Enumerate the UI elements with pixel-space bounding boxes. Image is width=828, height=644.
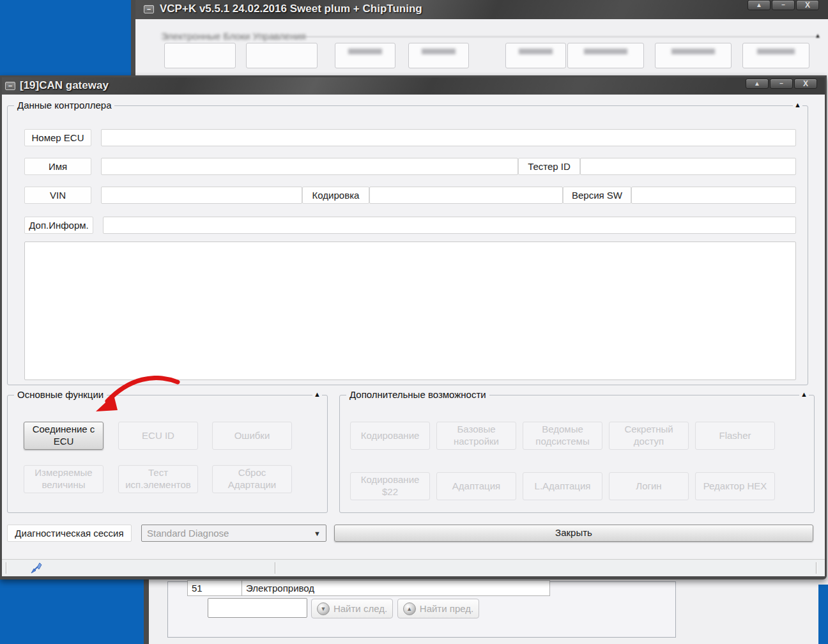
controller-data-group-label: Данные контроллера xyxy=(14,100,114,111)
diagnostic-session-value: Standard Diagnose xyxy=(147,528,229,539)
maximize-button[interactable]: ▲ xyxy=(747,0,770,10)
dialog-statusbar xyxy=(2,559,825,576)
find-prev-icon: ▲ xyxy=(403,602,416,615)
window-icon: – xyxy=(144,5,154,13)
ecu-list-address-cell: 51 xyxy=(187,580,242,596)
coding-label: Кодировка xyxy=(302,187,369,204)
close-dialog-button[interactable]: Закрыть xyxy=(334,525,813,542)
ecu-button xyxy=(505,43,566,68)
tester-id-field[interactable] xyxy=(580,158,796,175)
controller-output-box[interactable] xyxy=(24,241,796,380)
extra-info-label: Доп.Информ. xyxy=(24,217,93,234)
diagnostic-session-select[interactable]: Standard Diagnose ▼ xyxy=(141,525,326,542)
secret-access-button: Секретный доступ xyxy=(609,422,689,450)
output-test-button: Тест исп.элементов xyxy=(118,465,198,493)
name-field[interactable] xyxy=(101,158,518,175)
l-adaptation-button: L.Адаптация xyxy=(523,472,602,500)
tester-id-label: Тестер ID xyxy=(518,158,580,175)
connection-icon xyxy=(30,562,43,574)
slave-subsystems-button: Ведомые подсистемы xyxy=(523,422,602,450)
ecu-group-line xyxy=(295,36,816,37)
ecu-button xyxy=(742,43,809,68)
close-button[interactable]: X xyxy=(796,0,819,10)
dialog-title: [19]CAN gateway xyxy=(20,79,109,92)
main-window-titlebar: – VCP+K v5.5.1 24.02.2016 Sweet plum + C… xyxy=(135,0,828,19)
adaptation-button: Адаптация xyxy=(436,472,516,500)
ecu-button xyxy=(335,43,395,68)
ecu-button xyxy=(164,43,236,68)
ecu-id-button: ECU ID xyxy=(118,422,198,450)
search-input[interactable] xyxy=(208,598,307,618)
dialog-icon: – xyxy=(5,82,15,90)
sw-version-label: Версия SW xyxy=(563,187,631,204)
collapse-icon: ▲ xyxy=(815,32,821,39)
dialog-maximize-button[interactable]: ▲ xyxy=(746,79,769,89)
ecu-button xyxy=(408,43,469,68)
desktop xyxy=(0,579,144,644)
basic-settings-button: Базовые настройки xyxy=(436,422,516,450)
minimize-button[interactable]: – xyxy=(772,0,795,10)
find-next-label: Найти след. xyxy=(334,603,387,614)
ecu-number-field[interactable] xyxy=(101,129,796,146)
collapse-icon[interactable]: ▲ xyxy=(312,390,322,398)
diagnostic-session-label: Диагностическая сессия xyxy=(7,525,132,542)
extra-info-field[interactable] xyxy=(103,217,796,234)
find-next-button: ▼ Найти след. xyxy=(311,599,393,618)
ecu-group-label: Электронные Блоки Управления xyxy=(161,31,306,42)
vin-field[interactable] xyxy=(101,187,302,204)
ecu-list-name-cell: Электропривод xyxy=(241,580,550,596)
desktop xyxy=(818,585,828,644)
coding-22-button: Кодирование $22 xyxy=(350,472,430,500)
errors-button: Ошибки xyxy=(212,422,292,450)
measured-values-button: Измеряемые величины xyxy=(24,465,103,493)
can-gateway-dialog: – [19]CAN gateway ▲ – X Данные контролле… xyxy=(0,75,827,579)
extra-functions-group-label: Дополнительные возможности xyxy=(346,389,489,400)
dialog-minimize-button[interactable]: – xyxy=(770,79,793,89)
chevron-down-icon: ▼ xyxy=(314,530,321,537)
reset-adaptation-button: Сброс Адартации xyxy=(212,465,292,493)
connect-ecu-button[interactable]: Соединение с ECU xyxy=(24,422,103,450)
sw-version-field[interactable] xyxy=(631,187,796,204)
hex-editor-button: Редактор HEX xyxy=(695,472,775,500)
coding-field[interactable] xyxy=(369,187,563,204)
flasher-button: Flasher xyxy=(695,422,775,450)
ecu-button xyxy=(246,43,318,68)
collapse-icon[interactable]: ▲ xyxy=(799,390,809,398)
find-next-icon: ▼ xyxy=(317,602,330,615)
main-window-border xyxy=(144,579,149,644)
find-prev-label: Найти пред. xyxy=(420,603,473,614)
ecu-button xyxy=(567,43,644,68)
name-label: Имя xyxy=(24,158,91,175)
find-prev-button: ▲ Найти пред. xyxy=(397,599,479,618)
coding-button: Кодирование xyxy=(350,422,430,450)
login-button: Логин xyxy=(609,472,689,500)
ecu-button xyxy=(655,43,732,68)
dialog-titlebar[interactable]: – [19]CAN gateway ▲ – X xyxy=(2,77,825,95)
ecu-number-label: Номер ECU xyxy=(24,129,91,146)
red-arrow-annotation xyxy=(88,376,184,424)
dialog-close-button[interactable]: X xyxy=(794,79,817,89)
collapse-icon[interactable]: ▲ xyxy=(793,101,802,109)
extra-functions-group: Дополнительные возможности ▲ Кодирование… xyxy=(339,395,815,513)
ecu-buttons-row xyxy=(135,43,828,75)
main-window-title: VCP+K v5.5.1 24.02.2016 Sweet plum + Chi… xyxy=(160,3,422,15)
vin-label: VIN xyxy=(24,187,91,204)
